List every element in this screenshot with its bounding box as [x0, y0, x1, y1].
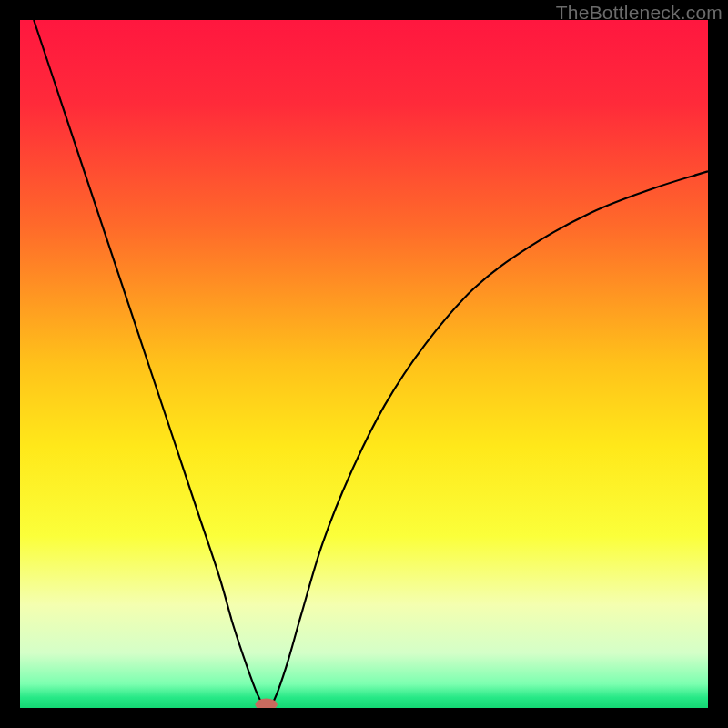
- bottleneck-chart: [20, 20, 708, 708]
- chart-frame: [20, 20, 708, 708]
- watermark-text: TheBottleneck.com: [556, 2, 723, 24]
- gradient-background: [20, 20, 708, 708]
